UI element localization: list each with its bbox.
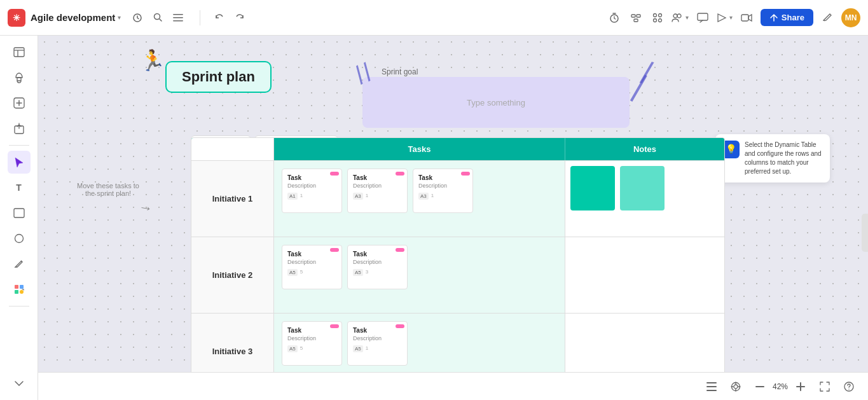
menu-icon[interactable] xyxy=(169,9,187,27)
row-notes-initiative1 xyxy=(565,161,724,237)
task-card[interactable]: Task Description A3 1 xyxy=(413,169,473,213)
th-tasks: Tasks xyxy=(274,138,565,160)
sidebar-cursor-icon[interactable] xyxy=(8,151,31,174)
task-card[interactable]: Task Description A3 1 xyxy=(347,169,408,213)
svg-rect-31 xyxy=(706,386,717,387)
table-row: Initiative 2 Task Description A5 5 Task … xyxy=(191,237,724,313)
sidebar-elements-icon[interactable] xyxy=(8,278,31,301)
slash-decoration-4: / xyxy=(638,54,656,92)
tip-box: 💡 Select the Dynamic Table and configure… xyxy=(715,134,830,183)
svg-point-27 xyxy=(20,290,24,294)
row-label-initiative2: Initiative 2 xyxy=(191,237,274,313)
task-card[interactable]: Task Description A5 5 xyxy=(282,321,342,366)
help-icon[interactable] xyxy=(840,378,858,396)
sidebar-collapse-icon[interactable] xyxy=(8,372,31,395)
timer-icon[interactable] xyxy=(605,9,623,27)
svg-point-34 xyxy=(734,385,738,389)
sidebar-rocket-icon[interactable] xyxy=(8,66,31,89)
sidebar-export-icon[interactable] xyxy=(8,117,31,140)
scroll-handle[interactable] xyxy=(862,214,868,252)
sidebar-text-icon[interactable]: T xyxy=(8,176,31,199)
svg-rect-7 xyxy=(637,15,640,17)
toolbar-divider-1 xyxy=(200,10,200,25)
move-hint-text: Move these tasks to the sprint plan! xyxy=(76,182,140,197)
task-pin-icon xyxy=(396,324,404,328)
svg-point-13 xyxy=(673,14,677,18)
svg-rect-32 xyxy=(706,390,717,391)
collaborators-group[interactable]: ▾ xyxy=(672,13,689,23)
note-square[interactable] xyxy=(620,166,665,210)
sprint-goal-box[interactable]: Type something xyxy=(362,77,630,128)
svg-point-12 xyxy=(658,18,661,22)
undo-button[interactable] xyxy=(210,9,228,27)
svg-marker-16 xyxy=(718,14,726,22)
svg-point-14 xyxy=(677,14,681,18)
sidebar-separator-1 xyxy=(9,145,29,146)
svg-rect-2 xyxy=(173,14,183,15)
row-tasks-initiative1: Task Description A1 1 Task Description A… xyxy=(274,161,565,237)
task-meta: A5 1 xyxy=(353,345,402,352)
toolbar-left: ✳ Agile development ▾ xyxy=(0,9,195,27)
svg-rect-25 xyxy=(20,285,24,289)
task-card[interactable]: Task Description A1 1 xyxy=(282,169,342,213)
zoom-out-button[interactable] xyxy=(751,378,769,396)
target-icon[interactable] xyxy=(727,378,745,396)
redo-button[interactable] xyxy=(231,9,249,27)
toolbar-right: ▾ ▾ Share MN xyxy=(598,8,868,27)
list-view-icon[interactable] xyxy=(703,378,720,396)
curved-arrow: → xyxy=(137,198,154,217)
history-icon[interactable] xyxy=(128,9,146,27)
svg-point-11 xyxy=(653,18,656,22)
svg-rect-35 xyxy=(755,386,764,387)
sidebar: T xyxy=(0,36,38,400)
svg-point-10 xyxy=(658,13,661,17)
task-pin-icon xyxy=(396,172,404,176)
sprint-goal-placeholder: Type something xyxy=(467,98,525,107)
present-icon xyxy=(717,13,727,22)
sidebar-layout-icon[interactable] xyxy=(8,41,31,64)
svg-point-9 xyxy=(653,13,656,17)
share-button[interactable]: Share xyxy=(761,9,813,26)
task-card[interactable]: Task Description A5 3 xyxy=(347,245,408,289)
app-title: Agile development xyxy=(31,12,115,23)
sprint-table: Tasks Notes Initiative 1 Task Descriptio… xyxy=(191,137,725,390)
sidebar-note-icon[interactable] xyxy=(8,202,31,224)
svg-rect-22 xyxy=(14,209,24,217)
fullscreen-icon[interactable] xyxy=(816,378,834,396)
sidebar-add-icon[interactable] xyxy=(8,92,31,114)
svg-rect-30 xyxy=(706,382,717,383)
collaborators-icon xyxy=(672,13,683,23)
sprint-plan-box[interactable]: Sprint plan xyxy=(165,61,272,93)
video-icon[interactable] xyxy=(738,9,755,27)
runner-figure: 🏃 xyxy=(140,48,165,80)
avatar[interactable]: MN xyxy=(841,8,860,27)
toolbar: ✳ Agile development ▾ xyxy=(0,0,868,36)
search-icon[interactable] xyxy=(149,9,167,27)
row-tasks-initiative2: Task Description A5 5 Task Description A… xyxy=(274,237,565,313)
task-card[interactable]: Task Description A5 1 xyxy=(347,321,408,366)
present-group[interactable]: ▾ xyxy=(717,13,733,22)
svg-rect-4 xyxy=(173,20,183,22)
app-title-dropdown[interactable]: Agile development ▾ xyxy=(31,12,121,23)
integrations-icon[interactable] xyxy=(627,9,645,27)
note-square[interactable] xyxy=(570,166,615,210)
task-card[interactable]: Task Description A5 5 xyxy=(282,245,342,289)
app-logo[interactable]: ✳ xyxy=(8,9,25,27)
row-notes-initiative2 xyxy=(565,237,724,313)
sidebar-pen-icon[interactable] xyxy=(8,252,31,275)
present-chevron: ▾ xyxy=(729,14,733,21)
svg-rect-26 xyxy=(15,290,18,294)
undo-redo-group xyxy=(205,9,254,27)
comment-icon[interactable] xyxy=(694,9,712,27)
task-meta: A3 1 xyxy=(353,193,402,200)
task-meta: A5 5 xyxy=(287,345,336,352)
zoom-in-button[interactable] xyxy=(792,378,809,396)
svg-rect-8 xyxy=(634,19,638,22)
task-meta: A3 1 xyxy=(418,193,467,200)
sidebar-shapes-icon[interactable] xyxy=(8,227,31,250)
svg-point-39 xyxy=(848,389,849,389)
apps-icon[interactable] xyxy=(649,9,666,27)
svg-rect-18 xyxy=(14,48,24,57)
edit-pen-icon[interactable] xyxy=(818,9,836,27)
svg-rect-15 xyxy=(698,13,708,20)
